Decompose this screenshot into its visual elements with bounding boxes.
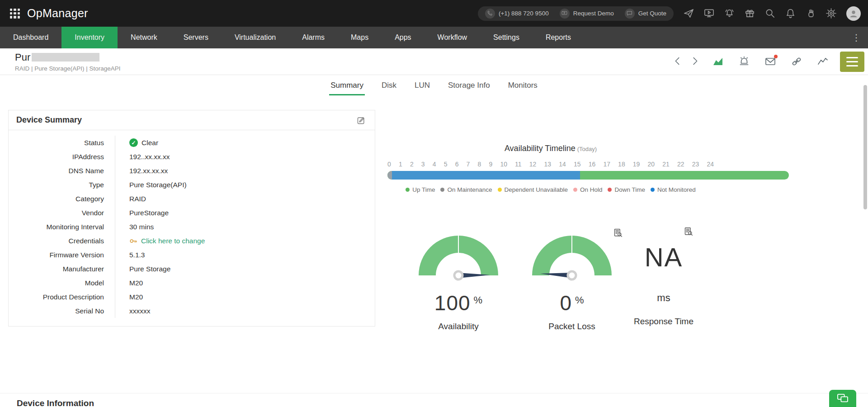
device-breadcrumb: RAID | Pure Storage(API) | StorageAPI bbox=[15, 65, 121, 72]
nav-item-settings[interactable]: Settings bbox=[480, 27, 533, 48]
category-value: RAID bbox=[115, 192, 375, 206]
firmware-value: 5.1.3 bbox=[115, 248, 375, 262]
feedback-chat-button[interactable] bbox=[829, 390, 856, 407]
device-information-section: Device Information bbox=[0, 393, 868, 407]
timeline-title: Availability Timeline(Today) bbox=[387, 144, 714, 153]
device-information-title: Device Information bbox=[0, 393, 868, 407]
nav-item-dashboard[interactable]: Dashboard bbox=[0, 27, 61, 48]
field-row-type: Type Pure Storage(API) bbox=[9, 178, 375, 192]
nav-item-alarms[interactable]: Alarms bbox=[289, 27, 338, 48]
app-grid-icon[interactable] bbox=[10, 9, 20, 19]
nav-item-virtualization[interactable]: Virtualization bbox=[222, 27, 289, 48]
get-quote-link[interactable]: Get Quote bbox=[625, 9, 666, 19]
timeline-start-cap bbox=[387, 171, 392, 180]
packet-loss-unit: % bbox=[575, 294, 584, 306]
search-icon[interactable] bbox=[765, 8, 775, 19]
device-name: Pur bbox=[15, 52, 30, 63]
contact-pill: (+1) 888 720 9500 Request Demo Get Quote bbox=[478, 6, 674, 21]
packet-loss-value: 0 bbox=[560, 291, 572, 315]
line-chart-icon[interactable] bbox=[817, 56, 828, 67]
legend-dot bbox=[440, 188, 444, 192]
device-summary-title: Device Summary bbox=[16, 115, 82, 125]
timeline-not-monitored-segment bbox=[392, 171, 580, 180]
phone-contact[interactable]: (+1) 888 720 9500 bbox=[485, 9, 549, 19]
availability-gauge: 100% Availability bbox=[409, 228, 508, 331]
field-row-manufacturer: Manufacturer Pure Storage bbox=[9, 262, 375, 276]
link-icon[interactable] bbox=[791, 56, 802, 67]
notifications-bell-icon[interactable] bbox=[785, 8, 796, 19]
demo-screen-icon bbox=[560, 9, 570, 19]
field-row-firmware: Firmware Version 5.1.3 bbox=[9, 248, 375, 262]
device-summary-card: Device Summary Status ✓ Clear IPAddress … bbox=[8, 110, 375, 327]
vertical-scrollbar-thumb[interactable] bbox=[863, 85, 867, 209]
field-row-product-description: Product Description M20 bbox=[9, 290, 375, 304]
user-avatar[interactable] bbox=[846, 6, 861, 21]
availability-label: Availability bbox=[409, 322, 508, 331]
chevron-right-icon[interactable] bbox=[690, 56, 701, 67]
timeline-subtitle: (Today) bbox=[577, 146, 597, 152]
availability-value: 100 bbox=[434, 291, 471, 315]
status-clear-icon: ✓ bbox=[129, 138, 138, 147]
legend-dot bbox=[651, 188, 655, 192]
tab-lun[interactable]: LUN bbox=[413, 75, 431, 95]
model-value: M20 bbox=[115, 276, 375, 290]
tab-disk[interactable]: Disk bbox=[380, 75, 398, 95]
paper-plane-icon[interactable] bbox=[684, 8, 694, 19]
key-icon bbox=[129, 237, 137, 245]
nav-item-inventory[interactable]: Inventory bbox=[61, 27, 118, 48]
mail-alert-dot bbox=[774, 55, 778, 58]
packet-loss-label: Packet Loss bbox=[522, 322, 622, 331]
gift-icon[interactable] bbox=[745, 8, 755, 19]
nav-item-maps[interactable]: Maps bbox=[338, 27, 382, 48]
legend-dot bbox=[573, 188, 577, 192]
legend-up-time: Up Time bbox=[406, 186, 435, 193]
hand-heart-icon[interactable] bbox=[806, 8, 816, 19]
legend-on-maintenance: On Maintenance bbox=[440, 186, 492, 193]
chevron-left-icon[interactable] bbox=[673, 56, 684, 67]
nav-item-reports[interactable]: Reports bbox=[533, 27, 584, 48]
field-row-vendor: Vendor PureStorage bbox=[9, 206, 375, 220]
legend-dependent-unavailable: Dependent Unavailable bbox=[498, 186, 568, 193]
report-icon[interactable] bbox=[684, 227, 693, 236]
edit-pencil-icon[interactable] bbox=[357, 116, 366, 125]
device-header: Pur RAID | Pure Storage(API) | StorageAP… bbox=[0, 48, 868, 75]
live-demo-icon[interactable] bbox=[704, 8, 714, 19]
tab-storage-info[interactable]: Storage Info bbox=[447, 75, 491, 95]
request-demo-link[interactable]: Request Demo bbox=[560, 9, 614, 19]
nav-item-network[interactable]: Network bbox=[118, 27, 170, 48]
quote-bubble-icon bbox=[625, 9, 635, 19]
alarm-siren-icon[interactable] bbox=[739, 56, 750, 67]
settings-gear-icon[interactable] bbox=[826, 8, 836, 19]
field-row-status: Status ✓ Clear bbox=[9, 136, 375, 150]
timeline-ticks: 0123456789101112131415161718192021222324 bbox=[387, 161, 714, 168]
tab-summary[interactable]: Summary bbox=[329, 75, 365, 95]
hamburger-menu-button[interactable] bbox=[840, 52, 864, 72]
availability-unit: % bbox=[474, 294, 483, 306]
nav-item-servers[interactable]: Servers bbox=[170, 27, 222, 48]
bell-ring-icon[interactable] bbox=[724, 8, 735, 19]
topbar: OpManager (+1) 888 720 9500 Request Demo… bbox=[0, 0, 868, 27]
legend-dot bbox=[608, 188, 612, 192]
nav-item-workflow[interactable]: Workflow bbox=[425, 27, 481, 48]
field-row-ipaddress: IPAddress 192..xx.xx.xx bbox=[9, 150, 375, 164]
tab-monitors[interactable]: Monitors bbox=[507, 75, 539, 95]
nav-item-apps[interactable]: Apps bbox=[382, 27, 424, 48]
nav-overflow-menu[interactable]: ⋮ bbox=[844, 27, 868, 48]
product-description-value: M20 bbox=[115, 290, 375, 304]
packet-loss-gauge: 0% Packet Loss bbox=[522, 228, 622, 331]
mail-icon[interactable] bbox=[765, 56, 776, 67]
legend-down-time: Down Time bbox=[608, 186, 645, 193]
app-title: OpManager bbox=[27, 7, 88, 20]
manufacturer-value: Pure Storage bbox=[115, 262, 375, 276]
legend-on-hold: On Hold bbox=[573, 186, 603, 193]
type-value: Pure Storage(API) bbox=[115, 178, 375, 192]
area-chart-icon[interactable] bbox=[712, 56, 723, 67]
field-row-model: Model M20 bbox=[9, 276, 375, 290]
timeline-bar bbox=[387, 171, 789, 180]
credentials-change-link[interactable]: Click here to change bbox=[141, 237, 205, 245]
response-time-panel: NA ms Response Time bbox=[614, 228, 713, 327]
response-time-value: NA bbox=[614, 242, 713, 272]
vendor-value: PureStorage bbox=[115, 206, 375, 220]
report-icon[interactable] bbox=[613, 228, 623, 237]
phone-icon bbox=[485, 9, 495, 19]
